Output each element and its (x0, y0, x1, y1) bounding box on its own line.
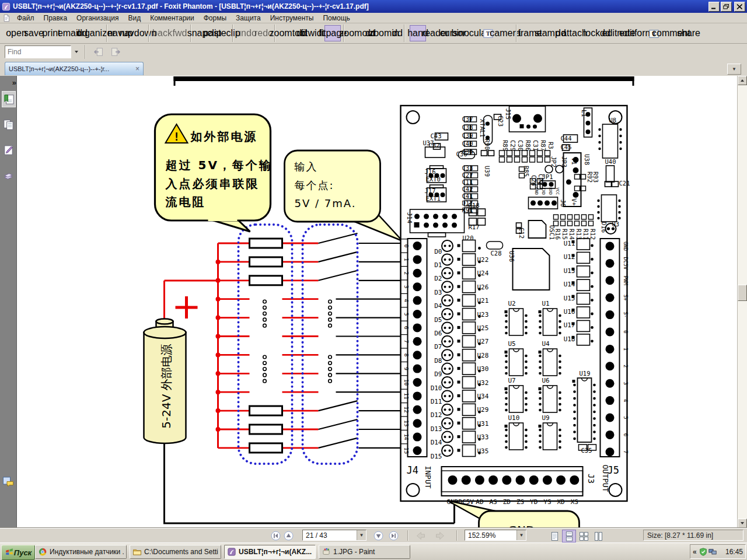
menu-item-6[interactable]: Формы (199, 13, 231, 23)
email-button[interactable]: email (61, 25, 77, 41)
previous-page-button[interactable] (282, 530, 294, 541)
taskbar-task-2[interactable]: C:\Documents and Settin... (130, 545, 221, 559)
redo-button[interactable]: redo (256, 25, 272, 41)
ref-label: C35 (581, 447, 592, 454)
facing-layout-button[interactable] (577, 530, 591, 542)
svg-text:T: T (486, 30, 490, 37)
menu-item-2[interactable]: Правка (39, 13, 72, 23)
chrome-icon (38, 547, 47, 556)
share-button[interactable]: share (680, 25, 697, 41)
save-button[interactable]: save (26, 25, 42, 41)
ref-label: U3 (612, 220, 620, 228)
tab-list-dropdown[interactable]: ▼ (727, 64, 741, 75)
navigation-panel-strip: » (0, 76, 17, 528)
svg-text:D5: D5 (434, 316, 442, 324)
ref-label: U39 (484, 166, 491, 177)
page-number-dropdown[interactable]: ▼ (357, 530, 366, 540)
signature-panel-icon[interactable] (2, 142, 15, 158)
svg-text:GND: GND (534, 187, 539, 195)
find-previous-button[interactable] (91, 45, 106, 59)
open-button[interactable]: open (8, 25, 25, 41)
zoom-dropdown[interactable]: ▼ (516, 530, 526, 540)
scrollbar-thumb[interactable] (738, 285, 747, 301)
back-button[interactable]: back (154, 25, 170, 41)
camera-button[interactable]: camera (497, 25, 514, 41)
ref-label: U38 (584, 154, 591, 165)
menu-item-7[interactable]: Защита (231, 13, 266, 23)
fitpage-button[interactable]: fitpage (324, 25, 341, 41)
previous-view-button[interactable] (414, 530, 426, 541)
single-page-layout-button[interactable] (547, 530, 561, 542)
pdf-page[interactable]: 5-24V 外部电源!如外部电源超过 5V，每个输入点必须串联限流电阻输入每个点… (17, 76, 738, 528)
svg-text:U32: U32 (477, 379, 489, 387)
antivirus-shield-icon[interactable] (699, 547, 708, 556)
network-monitor-icon[interactable] (708, 547, 717, 556)
document-area: 5-24V 外部电源!如外部电源超过 5V，每个输入点必须串联限流电阻输入每个点… (0, 76, 747, 528)
zoomout-button[interactable]: zoomout (349, 25, 365, 41)
comments-panel-icon[interactable] (2, 474, 15, 489)
first-page-button[interactable] (270, 530, 281, 541)
print-button[interactable]: print (43, 25, 60, 41)
svg-text:10: 10 (403, 379, 410, 386)
layers-panel-icon[interactable] (2, 168, 15, 183)
ref-label: V+ (571, 198, 578, 206)
start-button[interactable]: Пуск (1, 545, 35, 560)
taskbar-task-3[interactable]: USBLT¦п¬+г¦¬и(AKZ... (224, 545, 316, 559)
ref-label: R89 (502, 140, 509, 151)
tab-close-icon[interactable]: × (135, 65, 139, 73)
vertical-scrollbar[interactable] (737, 76, 747, 528)
page-number-box[interactable]: 21 / 43▼ (302, 530, 366, 541)
ref-label: C29 (509, 140, 516, 151)
svg-text:6: 6 (403, 326, 410, 330)
stamp-button[interactable]: stamp (539, 25, 556, 41)
undo-button[interactable]: undo (238, 25, 254, 41)
document-tab[interactable]: USBLT¦п¬+г¦¬и(AKZ250-ц--)--+-¦г... × (5, 62, 144, 75)
lock-button[interactable]: lock (584, 25, 600, 41)
organizer-button[interactable]: organizer (88, 25, 104, 41)
fwd-button[interactable]: fwd (172, 25, 188, 41)
menu-item-8[interactable]: Инструменты (266, 13, 319, 23)
expand-panel-icon[interactable]: » (12, 78, 15, 87)
svg-text:U28: U28 (477, 352, 489, 359)
continuous-layout-button[interactable] (562, 530, 576, 542)
minimize-button[interactable] (708, 2, 720, 12)
ref-label: JP2 (550, 156, 557, 167)
svg-text:D15: D15 (431, 453, 442, 460)
restore-button[interactable] (721, 2, 732, 12)
dropdown-arrow[interactable]: dd (393, 25, 402, 41)
bookmarks-panel-icon[interactable] (2, 91, 16, 107)
svg-text:D3: D3 (434, 289, 442, 296)
zoom-level-box[interactable]: 152.59%▼ (465, 530, 526, 541)
next-view-button[interactable] (434, 530, 446, 541)
menu-item-9[interactable]: Помощь (318, 13, 354, 23)
find-next-button[interactable] (108, 45, 123, 59)
ref-label: C33 (462, 164, 473, 172)
menu-item-3[interactable]: Организация (72, 13, 123, 23)
tray-chevron-icon[interactable]: « (693, 548, 697, 556)
menu-item-4[interactable]: Вид (123, 13, 145, 23)
find-input[interactable] (5, 46, 71, 58)
menu-item-5[interactable]: Комментарии (145, 13, 199, 23)
editform-button[interactable]: editform (628, 25, 644, 41)
binocular-button[interactable]: binocular (462, 25, 479, 41)
attach-button[interactable]: attach (566, 25, 582, 41)
navdown-button[interactable]: navdown (130, 25, 146, 41)
taskbar-task-4[interactable]: 1.JPG - Paint (319, 545, 410, 559)
svg-text:12: 12 (403, 407, 410, 413)
last-page-button[interactable] (388, 530, 399, 541)
zoomin-button[interactable]: zoomin (376, 25, 392, 41)
resistor (250, 276, 282, 285)
menu-item-1[interactable]: Файл (12, 13, 39, 23)
taskbar-task-1[interactable]: Индуктивные датчики ... (35, 545, 127, 559)
continuous-facing-layout-button[interactable] (591, 530, 605, 542)
close-button[interactable] (734, 2, 745, 12)
scroll-up-button[interactable] (738, 76, 747, 85)
zoomtool-button[interactable]: zoomtool (280, 25, 296, 41)
pasteclip-button[interactable]: pasteclip (214, 25, 230, 41)
svg-text:如外部电源: 如外部电源 (190, 130, 258, 144)
scroll-down-button[interactable] (738, 519, 747, 528)
pages-panel-icon[interactable] (2, 117, 15, 132)
find-dropdown-icon[interactable] (71, 46, 81, 59)
next-page-button[interactable] (372, 530, 384, 541)
ref-label: U40 (605, 158, 616, 165)
